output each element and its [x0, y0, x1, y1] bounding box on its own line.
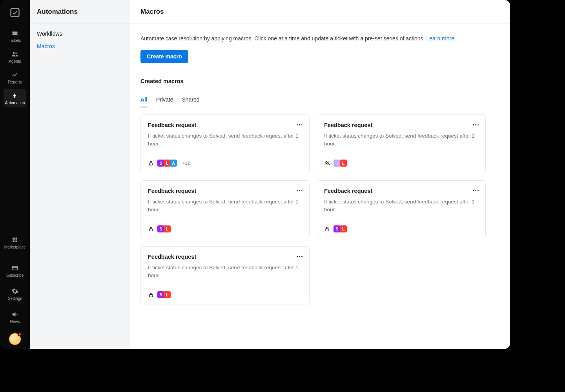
macro-title: Feedback request: [324, 122, 478, 128]
macro-filter-tabs: All Private Shared: [140, 96, 500, 107]
macro-footer: SL: [324, 223, 478, 232]
assignee-overflow-count: +12: [182, 161, 190, 165]
macro-title: Feedback request: [148, 188, 302, 194]
macro-card[interactable]: Feedback requestIf ticket status changes…: [140, 246, 310, 305]
page-title: Macros: [130, 0, 510, 24]
assignee-chip: L: [340, 160, 347, 167]
card-menu-button[interactable]: [295, 252, 304, 261]
svg-point-14: [326, 162, 327, 163]
svg-rect-3: [13, 238, 14, 239]
rail-item-reports[interactable]: Reports: [4, 68, 26, 87]
lock-icon: [148, 226, 154, 232]
notification-dot-icon: [18, 332, 22, 336]
ticket-icon: [11, 30, 18, 37]
card-menu-button[interactable]: [295, 186, 304, 195]
more-icon: [297, 256, 303, 257]
secondary-sidebar: Automations Workflows Macros: [30, 0, 130, 349]
svg-rect-16: [149, 229, 153, 231]
people-icon: [324, 160, 330, 166]
rail-label: News: [10, 319, 20, 324]
grid-icon: [11, 236, 18, 243]
svg-point-2: [15, 53, 17, 54]
rail-label: Reports: [8, 80, 22, 84]
rail-item-settings[interactable]: Settings: [4, 285, 26, 303]
svg-rect-7: [15, 240, 16, 241]
lock-icon: [148, 292, 154, 298]
bolt-icon: [11, 92, 18, 99]
intro-text: Automate case resolution by applying mac…: [140, 35, 426, 42]
sidebar-link-macros[interactable]: Macros: [37, 43, 123, 49]
macro-card[interactable]: Feedback requestIf ticket status changes…: [140, 180, 310, 239]
macro-footer: SL: [148, 223, 302, 232]
assignee-chip: L: [164, 225, 171, 232]
megaphone-icon: [11, 311, 18, 318]
card-menu-button[interactable]: [471, 186, 480, 195]
assignee-chip: L: [340, 225, 347, 232]
svg-rect-4: [15, 238, 16, 239]
gear-icon: [11, 288, 18, 295]
tab-all[interactable]: All: [140, 96, 148, 107]
page-description: Automate case resolution by applying mac…: [140, 34, 500, 43]
card-menu-button[interactable]: [471, 120, 480, 129]
svg-rect-10: [15, 241, 16, 242]
rail-label: Automation: [5, 101, 25, 105]
rail-item-agents[interactable]: Agents: [4, 47, 26, 66]
sidebar-title: Automations: [30, 0, 130, 24]
rail-label: Marketplace: [4, 245, 26, 249]
macro-card[interactable]: Feedback requestIf ticket status changes…: [317, 114, 486, 173]
rail-label: Subscribe: [6, 273, 24, 278]
macro-card[interactable]: Feedback requestIf ticket status changes…: [317, 180, 486, 239]
svg-rect-12: [12, 267, 18, 270]
main-panel: Macros Automate case resolution by apply…: [130, 0, 510, 349]
macro-footer: SL: [148, 289, 302, 298]
svg-rect-0: [11, 9, 19, 17]
assignee-chips: SL: [157, 225, 171, 232]
rail-item-subscribe[interactable]: Subscribe: [4, 261, 26, 280]
macro-card[interactable]: Feedback requestIf ticket status changes…: [140, 114, 310, 173]
rail-label: Agents: [9, 59, 21, 64]
assignee-chip: A: [170, 160, 177, 167]
more-icon: [473, 190, 479, 191]
more-icon: [297, 190, 303, 191]
macro-title: Feedback request: [148, 254, 302, 260]
assignee-chip: L: [164, 291, 171, 298]
macro-footer: IL: [324, 157, 478, 167]
rail-item-news[interactable]: News: [4, 308, 26, 326]
svg-point-1: [13, 52, 15, 54]
lock-icon: [324, 226, 330, 232]
macro-description: If ticket status changes to Solved, send…: [148, 264, 302, 280]
svg-rect-5: [16, 238, 17, 239]
people-icon: [11, 51, 18, 58]
app-rail: Tickets Agents Reports Automation Market…: [0, 0, 30, 349]
rail-label: Tickets: [9, 38, 21, 43]
rail-item-automation[interactable]: Automation: [4, 89, 26, 107]
macro-description: If ticket status changes to Solved, send…: [148, 198, 302, 214]
svg-rect-9: [13, 241, 14, 242]
rail-item-marketplace[interactable]: Marketplace: [4, 233, 26, 252]
sidebar-link-workflows[interactable]: Workflows: [37, 31, 123, 37]
macro-title: Feedback request: [324, 188, 478, 194]
macro-title: Feedback request: [148, 122, 302, 128]
create-macro-button[interactable]: Create macro: [140, 50, 188, 63]
assignee-chips: IL: [334, 160, 347, 167]
rail-label: Settings: [8, 296, 22, 301]
svg-rect-8: [16, 240, 17, 241]
rail-item-tickets[interactable]: Tickets: [4, 27, 26, 45]
svg-rect-17: [326, 229, 329, 231]
card-icon: [11, 265, 18, 272]
user-avatar[interactable]: [9, 333, 21, 345]
svg-rect-13: [149, 163, 153, 165]
assignee-chips: SL: [334, 225, 347, 232]
created-macros-heading: Created macros: [140, 78, 500, 89]
assignee-chips: SLA: [157, 160, 177, 167]
learn-more-link[interactable]: Learn more: [426, 35, 454, 42]
card-menu-button[interactable]: [295, 120, 304, 129]
svg-rect-18: [149, 294, 153, 297]
more-icon: [297, 124, 303, 125]
tab-private[interactable]: Private: [156, 96, 173, 107]
more-icon: [473, 124, 479, 125]
app-logo: [9, 7, 20, 18]
macro-description: If ticket status changes to Solved, send…: [324, 198, 478, 214]
tab-shared[interactable]: Shared: [182, 96, 199, 107]
macro-footer: SLA+12: [148, 157, 302, 167]
